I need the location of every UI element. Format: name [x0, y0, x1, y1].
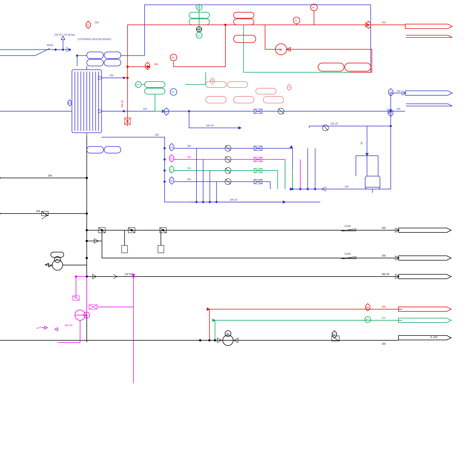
conn-blk-1 [398, 228, 451, 233]
lbl-pi1: PI [312, 6, 315, 9]
conn-red-2 [406, 35, 452, 37]
dn-c: DN [155, 133, 159, 136]
svg-point-39 [62, 49, 64, 51]
svg-point-38 [54, 49, 57, 51]
dn-d: DN [397, 90, 400, 93]
svg-rect-7 [104, 146, 121, 153]
lbl-19: 19 [170, 146, 173, 149]
lbl-16b: 16 [170, 179, 173, 182]
svg-point-50 [163, 181, 166, 183]
svg-point-45 [390, 125, 392, 127]
lbl-ti: TI [295, 19, 297, 22]
conn-blk-4 [398, 336, 451, 340]
dn-a: DN [110, 74, 114, 77]
lbl-16a: 16 [165, 110, 168, 113]
svg-rect-76 [121, 245, 127, 253]
svg-point-83 [75, 275, 77, 278]
dn20-b: DN 20 [206, 124, 213, 127]
svg-point-44 [390, 110, 392, 112]
dn-s: DN [382, 254, 386, 257]
svg-rect-77 [158, 245, 164, 253]
lbl-53: 53 [366, 318, 368, 321]
dn25-a: DN 25 [382, 273, 389, 276]
ref: /1.12F [430, 336, 437, 339]
conn-blk-2 [398, 256, 451, 260]
svg-point-43 [123, 110, 125, 112]
drums-bot [87, 146, 121, 153]
dn-n: DN [382, 305, 386, 308]
svg-text:DN: DN [154, 63, 158, 66]
pct-2: 0,1% [345, 252, 351, 255]
svg-point-67 [86, 257, 88, 259]
dn-l: DN [95, 21, 99, 24]
tag-61: 61 [68, 100, 72, 106]
svg-rect-16 [227, 82, 248, 87]
dn20-a: DN 20 [331, 122, 338, 125]
conn-red-top [405, 24, 452, 29]
svg-point-84 [132, 275, 135, 278]
lbl-61: 61 [68, 102, 71, 104]
svg-rect-17 [256, 88, 276, 94]
red4032: 40/32 [47, 44, 53, 47]
lbl-20a: 20 [211, 79, 214, 82]
svg-rect-5 [104, 59, 121, 66]
lbl-m4: M [226, 332, 229, 335]
lbl-m1: M [279, 48, 282, 51]
dn-f: DN [187, 144, 191, 147]
half25: 1/2"/25 [124, 273, 133, 276]
pct-1: 0,1% [345, 224, 351, 227]
dn-o: DN [382, 316, 386, 319]
lbl-21a: 21 [86, 24, 89, 27]
svg-rect-6 [87, 146, 103, 153]
lbl-20b: 20 [288, 85, 290, 88]
dn15-a: DN 15 [121, 100, 124, 107]
title: EXTERNAL BOILER WOK01 [78, 38, 111, 41]
conn-blu-2 [406, 104, 452, 106]
svg-rect-13 [145, 82, 165, 87]
lbl-17: 17 [170, 168, 173, 171]
svg-point-49 [163, 170, 166, 172]
three8: 3/8"/25 [65, 324, 73, 327]
dn-r: DN [382, 226, 386, 229]
svg-point-80 [214, 339, 216, 341]
pipes: DN DN DN DN DN DN 20 DN 20 DN DN DN DN D… [0, 5, 437, 383]
hx-set [225, 108, 328, 185]
vessel-24 [145, 82, 165, 94]
lbl-16c: 16 [389, 91, 392, 94]
svg-rect-3 [104, 52, 121, 59]
conn-grn-1 [398, 318, 451, 323]
svg-point-40 [68, 49, 71, 51]
svg-point-78 [199, 339, 201, 341]
valves-blk [42, 212, 47, 219]
vessel-red-r [318, 63, 371, 71]
svg-rect-2 [87, 52, 103, 59]
dn-b: DN [143, 107, 147, 110]
dn-t: DN [382, 342, 386, 345]
svg-rect-10 [234, 12, 254, 18]
pump-blk [52, 260, 63, 270]
svg-rect-19 [234, 96, 254, 103]
svg-rect-12 [234, 35, 256, 43]
svg-point-46 [188, 110, 190, 112]
lbl-40: 40 [360, 142, 363, 145]
svg-point-47 [163, 147, 166, 149]
lbl-52: 52 [333, 333, 335, 336]
dn-k: DN [382, 21, 386, 24]
svg-rect-20 [263, 96, 284, 103]
lbl-24: 24 [136, 83, 139, 86]
vessels-20 [206, 82, 284, 103]
vessel-red-top [234, 12, 256, 43]
dn-q: DN [36, 210, 40, 213]
pid-diagram: 61 22 22 24 20 20 M TI PI PI PI 21 21 21… [0, 0, 476, 383]
dn-h: DN [187, 167, 191, 170]
dn-p: DN [48, 174, 52, 177]
svg-rect-14 [145, 88, 165, 94]
lbl-54: 54 [366, 306, 369, 309]
spec: DN 25 / 32 36 bar [54, 33, 75, 36]
dn-e: DN [397, 107, 400, 110]
lbl-pi2: PI [172, 56, 174, 59]
svg-point-62 [224, 24, 226, 26]
conn-blk-3 [398, 274, 451, 279]
svg-rect-4 [87, 59, 103, 66]
svg-rect-22 [345, 63, 371, 71]
